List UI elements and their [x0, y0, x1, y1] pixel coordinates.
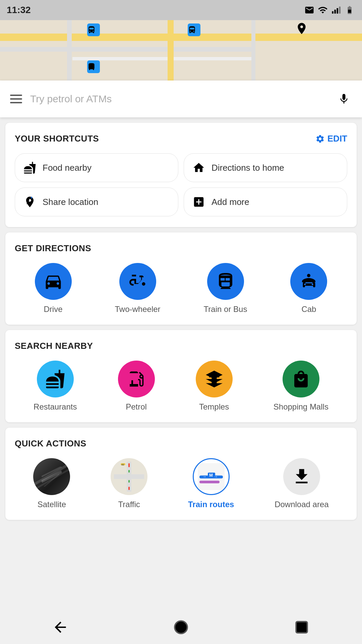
restaurants-circle	[37, 361, 74, 397]
quick-actions-title: QUICK ACTIONS	[15, 438, 86, 449]
shortcut-addmore-label: Add more	[212, 197, 249, 207]
add-icon	[191, 195, 206, 209]
status-time: 11:32	[7, 5, 31, 15]
shortcuts-title: YOUR SHORTCUTS	[15, 133, 99, 144]
svg-rect-29	[296, 622, 307, 633]
directions-card: GET DIRECTIONS Drive Two-wheeler	[5, 232, 357, 325]
shortcut-home-label: Directions to home	[212, 163, 284, 173]
svg-rect-1	[334, 10, 336, 14]
wifi-icon	[318, 5, 328, 15]
malls-label: Shopping Malls	[274, 402, 328, 412]
train-thumb: M → →	[193, 458, 230, 495]
nearby-restaurants[interactable]: Restaurants	[34, 361, 77, 412]
twowheeler-circle	[119, 263, 156, 300]
shortcut-home[interactable]: Directions to home	[184, 153, 347, 182]
svg-text:48: 48	[121, 464, 124, 466]
transit-label: Train or Bus	[204, 305, 247, 314]
quick-actions-header: QUICK ACTIONS	[15, 438, 347, 449]
quick-trainroutes[interactable]: M → → Train routes	[188, 458, 234, 509]
cab-circle	[290, 263, 327, 300]
mic-button[interactable]	[336, 91, 352, 107]
directions-row: Drive Two-wheeler Train or Bus	[15, 263, 347, 314]
temples-label: Temples	[199, 402, 229, 412]
petrol-label: Petrol	[126, 402, 147, 412]
quick-actions-card: QUICK ACTIONS Satellite	[5, 428, 357, 520]
svg-text:→: →	[202, 474, 206, 479]
svg-point-28	[175, 621, 187, 634]
direction-cab[interactable]: Cab	[290, 263, 327, 314]
svg-rect-14	[128, 463, 130, 467]
shortcut-addmore[interactable]: Add more	[184, 187, 347, 216]
svg-rect-7	[212, 377, 217, 386]
petrol-circle	[118, 361, 155, 397]
trainroutes-label: Train routes	[188, 500, 234, 509]
nearby-row: Restaurants Petrol	[15, 361, 347, 412]
map-marker	[87, 23, 100, 36]
recent-button[interactable]	[290, 615, 313, 639]
direction-drive[interactable]: Drive	[35, 263, 72, 314]
quick-traffic[interactable]: 48 Traffic	[111, 458, 147, 509]
map-road	[67, 20, 72, 80]
battery-icon	[344, 5, 355, 15]
map-road	[72, 57, 253, 60]
svg-rect-16	[128, 480, 130, 483]
shortcut-food[interactable]: Food nearby	[15, 153, 178, 182]
nearby-malls[interactable]: Shopping Malls	[274, 361, 328, 412]
malls-circle	[283, 361, 319, 397]
home-button[interactable]	[169, 615, 193, 639]
downloadarea-label: Download area	[275, 500, 328, 509]
svg-text:M: M	[209, 473, 213, 478]
nearby-temples[interactable]: Temples	[196, 361, 233, 412]
nearby-title: SEARCH NEARBY	[15, 341, 93, 351]
home-icon	[191, 160, 206, 175]
svg-rect-23	[199, 481, 220, 483]
map-marker	[188, 23, 200, 36]
traffic-thumb: 48	[111, 458, 147, 495]
nearby-petrol[interactable]: Petrol	[118, 361, 155, 412]
svg-rect-0	[332, 11, 334, 14]
direction-transit[interactable]: Train or Bus	[204, 263, 247, 314]
svg-text:→: →	[214, 474, 218, 479]
satellite-thumb	[33, 458, 70, 495]
bottom-spacer	[0, 525, 362, 566]
share-location-icon	[22, 195, 37, 209]
svg-point-6	[307, 274, 310, 277]
download-thumb	[283, 458, 320, 495]
traffic-label: Traffic	[118, 500, 140, 509]
drive-label: Drive	[44, 305, 62, 314]
bottom-nav	[0, 610, 362, 644]
svg-line-8	[42, 472, 62, 482]
svg-rect-17	[128, 487, 130, 490]
svg-rect-15	[128, 470, 130, 473]
direction-twowheeler[interactable]: Two-wheeler	[115, 263, 161, 314]
edit-button[interactable]: EDIT	[315, 133, 347, 144]
svg-rect-2	[337, 8, 338, 13]
directions-header: GET DIRECTIONS	[15, 243, 347, 254]
map-marker	[87, 60, 100, 73]
nearby-header: SEARCH NEARBY	[15, 341, 347, 351]
shortcut-share[interactable]: Share location	[15, 187, 178, 216]
status-icons	[304, 5, 355, 15]
map-road	[0, 47, 253, 52]
nearby-card: SEARCH NEARBY Restaurants Petrol	[5, 330, 357, 422]
map-road	[168, 20, 174, 80]
back-button[interactable]	[49, 615, 72, 639]
quick-satellite[interactable]: Satellite	[33, 458, 70, 509]
search-placeholder[interactable]: Try petrol or ATMs	[30, 93, 328, 105]
drive-circle	[35, 263, 72, 300]
location-pin	[295, 22, 308, 40]
shortcuts-grid: Food nearby Directions to home	[15, 153, 347, 216]
svg-point-5	[27, 199, 29, 201]
edit-label: EDIT	[327, 133, 347, 144]
search-bar[interactable]: Try petrol or ATMs	[0, 80, 362, 117]
map-road	[251, 20, 255, 80]
menu-button[interactable]	[10, 95, 22, 103]
signal-icon	[331, 5, 341, 15]
quick-downloadarea[interactable]: Download area	[275, 458, 328, 509]
main-content: YOUR SHORTCUTS EDIT Food nearby	[0, 117, 362, 525]
shortcut-share-label: Share location	[43, 197, 98, 207]
twowheeler-label: Two-wheeler	[115, 305, 161, 314]
shortcuts-header: YOUR SHORTCUTS EDIT	[15, 133, 347, 144]
food-icon	[22, 160, 37, 175]
directions-title: GET DIRECTIONS	[15, 243, 91, 254]
